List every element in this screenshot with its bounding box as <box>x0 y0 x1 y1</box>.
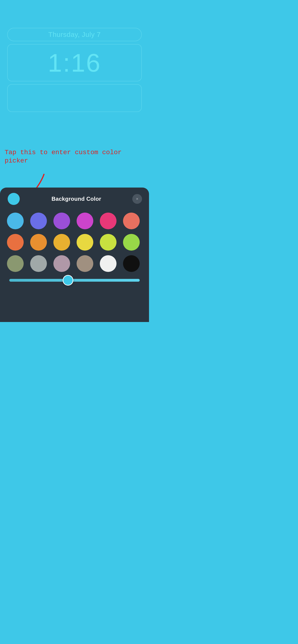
color-swatch-yellow-green[interactable] <box>100 234 117 250</box>
color-swatch-orange[interactable] <box>7 234 24 250</box>
color-picker-panel: Background Color × <box>0 188 149 322</box>
color-swatch-golden-yellow[interactable] <box>53 234 70 250</box>
slider-thumb[interactable] <box>63 275 73 286</box>
slider-track[interactable] <box>9 279 140 282</box>
color-swatch-black[interactable] <box>123 255 140 272</box>
color-swatch-warm-gray[interactable] <box>77 255 93 272</box>
color-grid-row2 <box>7 234 142 250</box>
lock-screen: Thursday, July 7 1:16 Tap this to enter … <box>0 0 149 322</box>
color-grid-row1 <box>7 212 142 229</box>
color-grid-row3 <box>7 255 142 272</box>
color-swatch-coral[interactable] <box>123 212 140 229</box>
time-box: 1:16 <box>7 44 142 81</box>
color-swatch-olive[interactable] <box>7 255 24 272</box>
color-swatch-magenta[interactable] <box>77 212 93 229</box>
color-swatch-white[interactable] <box>100 255 117 272</box>
color-swatch-yellow[interactable] <box>77 234 93 250</box>
panel-title: Background Color <box>21 196 132 202</box>
widget-box <box>7 84 142 112</box>
color-swatch-cyan-blue[interactable] <box>7 212 24 229</box>
annotation-text: Tap this to enter custom color picker <box>5 148 132 165</box>
date-box: Thursday, July 7 <box>7 28 142 41</box>
color-swatch-silver-gray[interactable] <box>30 255 47 272</box>
color-swatch-mauve[interactable] <box>53 255 70 272</box>
color-swatch-amber[interactable] <box>30 234 47 250</box>
color-swatch-purple[interactable] <box>53 212 70 229</box>
close-button[interactable]: × <box>132 194 142 204</box>
custom-color-button[interactable] <box>7 192 21 206</box>
color-swatch-light-green[interactable] <box>123 234 140 250</box>
color-swatch-periwinkle[interactable] <box>30 212 47 229</box>
panel-header: Background Color × <box>7 192 142 206</box>
time-text: 1:16 <box>48 48 101 77</box>
date-text: Thursday, July 7 <box>48 30 101 38</box>
close-icon: × <box>136 196 139 202</box>
color-swatch-hot-pink[interactable] <box>100 212 117 229</box>
brightness-slider-container <box>7 276 142 284</box>
